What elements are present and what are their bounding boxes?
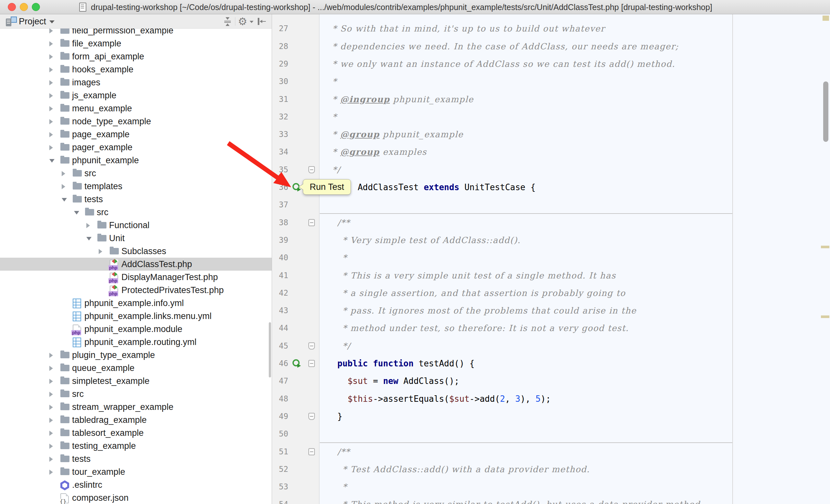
chevron-right-icon[interactable] bbox=[49, 132, 53, 137]
run-test-gutter-icon[interactable] bbox=[292, 359, 299, 366]
chevron-right-icon[interactable] bbox=[49, 379, 53, 384]
tree-item-src[interactable]: src bbox=[0, 167, 272, 180]
chevron-right-icon[interactable] bbox=[49, 470, 53, 475]
code-line-41[interactable]: 41 * This is a very simple unit test of … bbox=[272, 267, 830, 284]
tree-item-field-permission-example[interactable]: field_permission_example bbox=[0, 29, 272, 37]
project-tree-scrollbar[interactable] bbox=[269, 322, 271, 377]
code-line-48[interactable]: 48 $this->assertEquals($sut->add(2, 3), … bbox=[272, 390, 830, 408]
chevron-right-icon[interactable] bbox=[86, 223, 90, 228]
gear-chevron-icon[interactable] bbox=[250, 21, 254, 23]
chevron-right-icon[interactable] bbox=[49, 418, 53, 423]
tree-item-protectedprivatestest-php[interactable]: phpProtectedPrivatesTest.php bbox=[0, 283, 272, 297]
tree-item-js-example[interactable]: js_example bbox=[0, 89, 272, 102]
tree-item-displaymanagertest-php[interactable]: phpDisplayManagerTest.php bbox=[0, 271, 272, 283]
code-line-30[interactable]: 30 * bbox=[272, 73, 830, 90]
tree-item-images[interactable]: images bbox=[0, 76, 272, 89]
tree-item-tour-example[interactable]: tour_example bbox=[0, 465, 272, 478]
tree-item-testing-example[interactable]: testing_example bbox=[0, 439, 272, 452]
tree-item-functional[interactable]: Functional bbox=[0, 219, 272, 232]
minimize-button[interactable] bbox=[20, 3, 28, 11]
chevron-right-icon[interactable] bbox=[49, 119, 53, 124]
chevron-right-icon[interactable] bbox=[62, 184, 65, 189]
tree-item-queue-example[interactable]: queue_example bbox=[0, 362, 272, 374]
zoom-button[interactable] bbox=[32, 3, 40, 11]
fold-marker-end[interactable] bbox=[308, 342, 315, 349]
code-line-32[interactable]: 32 * bbox=[272, 108, 830, 126]
code-line-36[interactable]: 36 AddClassTest extends UnitTestCase { bbox=[272, 178, 830, 196]
settings-gear-icon[interactable]: ⚙ bbox=[238, 15, 247, 27]
chevron-right-icon[interactable] bbox=[49, 457, 53, 462]
project-panel-title[interactable]: Project bbox=[19, 14, 46, 29]
chevron-right-icon[interactable] bbox=[49, 145, 53, 150]
tree-item-phpunit-example[interactable]: phpunit_example bbox=[0, 154, 272, 167]
collapse-all-icon[interactable] bbox=[223, 17, 232, 26]
code-line-31[interactable]: 31 * @ingroup phpunit_example bbox=[272, 91, 830, 108]
tree-item-phpunit-example-info-yml[interactable]: phpunit_example.info.yml bbox=[0, 297, 272, 310]
tree-item-templates[interactable]: templates bbox=[0, 180, 272, 193]
code-line-42[interactable]: 42 * a single assertion, and that assert… bbox=[272, 284, 830, 302]
chevron-right-icon[interactable] bbox=[99, 249, 102, 254]
code-line-26[interactable]: 26 bbox=[272, 14, 830, 20]
fold-marker-end[interactable] bbox=[308, 166, 315, 173]
code-line-49[interactable]: 49 } bbox=[272, 408, 830, 425]
code-line-38[interactable]: 38 /** bbox=[272, 214, 830, 231]
fold-marker-start[interactable] bbox=[308, 448, 315, 455]
editor-scrollbar[interactable] bbox=[823, 81, 828, 142]
hide-panel-icon[interactable] bbox=[257, 17, 267, 26]
fold-marker-end[interactable] bbox=[308, 413, 315, 420]
chevron-down-icon[interactable] bbox=[62, 198, 67, 202]
tree-item-tablesort-example[interactable]: tablesort_example bbox=[0, 427, 272, 439]
warning-stripe-mark[interactable] bbox=[821, 246, 829, 248]
tree-item-tabledrag-example[interactable]: tabledrag_example bbox=[0, 413, 272, 427]
code-line-47[interactable]: 47 $sut = new AddClass(); bbox=[272, 372, 830, 390]
tree-item-form-api-example[interactable]: form_api_example bbox=[0, 50, 272, 63]
code-line-39[interactable]: 39 * Very simple test of AddClass::add()… bbox=[272, 231, 830, 249]
tree-item-node-type-example[interactable]: node_type_example bbox=[0, 115, 272, 128]
tree-item-src[interactable]: src bbox=[0, 388, 272, 401]
code-line-50[interactable]: 50 bbox=[272, 425, 830, 443]
inspection-status-square[interactable] bbox=[823, 15, 829, 21]
chevron-right-icon[interactable] bbox=[49, 80, 53, 86]
tree-item-menu-example[interactable]: menu_example bbox=[0, 102, 272, 115]
tree-item-src[interactable]: src bbox=[0, 206, 272, 219]
chevron-right-icon[interactable] bbox=[49, 353, 53, 358]
code-line-44[interactable]: 44 * method under test, so therefore: It… bbox=[272, 320, 830, 337]
code-line-46[interactable]: 46 public function testAdd() { bbox=[272, 355, 830, 372]
chevron-down-icon[interactable] bbox=[49, 21, 55, 23]
warning-stripe-mark[interactable] bbox=[821, 315, 829, 318]
chevron-right-icon[interactable] bbox=[49, 29, 53, 33]
fold-marker-start[interactable] bbox=[308, 360, 315, 367]
tree-item-phpunit-example-routing-yml[interactable]: phpunit_example.routing.yml bbox=[0, 336, 272, 348]
chevron-down-icon[interactable] bbox=[86, 237, 92, 240]
fold-marker-start[interactable] bbox=[308, 219, 315, 226]
chevron-right-icon[interactable] bbox=[49, 106, 53, 111]
code-line-28[interactable]: 28 * dependencies we need. In the case o… bbox=[272, 38, 830, 55]
close-button[interactable] bbox=[8, 3, 16, 11]
code-line-52[interactable]: 52 * Test AddClass::add() with a data pr… bbox=[272, 461, 830, 478]
tree-item-pager-example[interactable]: pager_example bbox=[0, 141, 272, 154]
code-line-43[interactable]: 43 * pass. It ignores most of the proble… bbox=[272, 302, 830, 320]
tree-item-subclasses[interactable]: Subclasses bbox=[0, 245, 272, 258]
chevron-right-icon[interactable] bbox=[49, 405, 53, 410]
code-line-29[interactable]: 29 * we only want an instance of AddClas… bbox=[272, 55, 830, 73]
tree-item-addclasstest-php[interactable]: phpAddClassTest.php bbox=[0, 258, 272, 271]
tree-item-phpunit-example-module[interactable]: phpphpunit_example.module bbox=[0, 323, 272, 336]
tree-item-simpletest-example[interactable]: simpletest_example bbox=[0, 374, 272, 388]
chevron-right-icon[interactable] bbox=[49, 41, 53, 46]
chevron-down-icon[interactable] bbox=[49, 159, 55, 163]
code-editor[interactable]: 2627 * So with that in mind, it's up to … bbox=[272, 14, 830, 504]
chevron-right-icon[interactable] bbox=[49, 444, 53, 449]
tree-item-phpunit-example-links-menu-yml[interactable]: phpunit_example.links.menu.yml bbox=[0, 310, 272, 323]
tree-item-file-example[interactable]: file_example bbox=[0, 37, 272, 50]
code-line-45[interactable]: 45 */ bbox=[272, 337, 830, 355]
chevron-down-icon[interactable] bbox=[74, 211, 79, 214]
tree-item-tests[interactable]: tests bbox=[0, 452, 272, 465]
chevron-right-icon[interactable] bbox=[49, 366, 53, 371]
code-line-40[interactable]: 40 * bbox=[272, 249, 830, 266]
tree-item-unit[interactable]: Unit bbox=[0, 232, 272, 245]
tree-item-composer-json[interactable]: {}composer.json bbox=[0, 491, 272, 504]
code-line-27[interactable]: 27 * So with that in mind, it's up to us… bbox=[272, 20, 830, 37]
tree-item-stream-wrapper-example[interactable]: stream_wrapper_example bbox=[0, 401, 272, 413]
chevron-right-icon[interactable] bbox=[49, 431, 53, 436]
tree-item-hooks-example[interactable]: hooks_example bbox=[0, 63, 272, 76]
